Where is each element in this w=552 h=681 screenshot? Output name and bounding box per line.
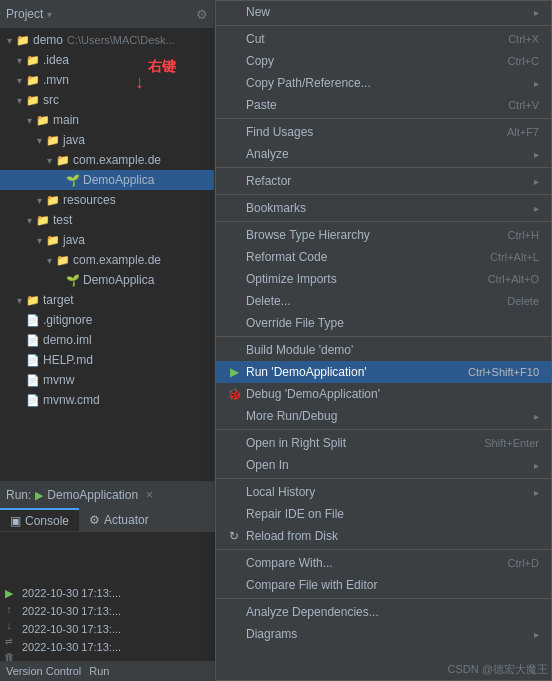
tree-item-label: main [53, 113, 79, 127]
menu-item[interactable]: Open in Right SplitShift+Enter [216, 432, 551, 454]
menu-item[interactable]: New▸ [216, 1, 551, 23]
menu-item[interactable]: Browse Type HierarchyCtrl+H [216, 224, 551, 246]
menu-shortcut: Ctrl+Alt+L [490, 251, 539, 263]
menu-item[interactable]: ↻Reload from Disk [216, 525, 551, 547]
tree-folder-icon: 📁 [26, 74, 40, 87]
panel-caret[interactable]: ▾ [47, 9, 52, 20]
gear-icon[interactable]: ⚙ [196, 7, 208, 22]
tree-item[interactable]: ▾📁com.example.de [0, 150, 214, 170]
menu-item[interactable]: Compare File with Editor [216, 574, 551, 596]
submenu-arrow-icon: ▸ [534, 78, 539, 89]
tree-item[interactable]: ▾📁src [0, 90, 214, 110]
tree-item[interactable]: 🌱DemoApplica [0, 170, 214, 190]
tree-item[interactable]: 🌱DemoApplica [0, 270, 214, 290]
menu-item[interactable]: Analyze▸ [216, 143, 551, 165]
tree-folder-icon: 📄 [26, 374, 40, 387]
menu-item[interactable]: Override File Type [216, 312, 551, 334]
tree-item[interactable]: 📄HELP.md [0, 350, 214, 370]
menu-item[interactable]: Find UsagesAlt+F7 [216, 121, 551, 143]
tree-folder-icon: 📁 [56, 254, 70, 267]
menu-item[interactable]: Diagrams▸ [216, 623, 551, 645]
menu-item-icon [226, 604, 242, 620]
menu-item[interactable]: Build Module 'demo' [216, 339, 551, 361]
menu-item-icon [226, 342, 242, 358]
bottom-tab-run[interactable]: Run [89, 665, 109, 677]
bottom-tabs: Version Control Run [0, 661, 215, 681]
tree-item[interactable]: ▾📁demoC:\Users\MAC\Desk... [0, 30, 214, 50]
tree-item[interactable]: ▾📁java [0, 130, 214, 150]
tree-item-label: DemoApplica [83, 173, 154, 187]
menu-item[interactable]: CutCtrl+X [216, 28, 551, 50]
menu-shortcut: Ctrl+Shift+F10 [468, 366, 539, 378]
menu-shortcut: Ctrl+C [508, 55, 539, 67]
tree-item[interactable]: ▾📁java [0, 230, 214, 250]
tree-item[interactable]: ▾📁.idea [0, 50, 214, 70]
menu-item-icon [226, 555, 242, 571]
menu-separator [216, 25, 551, 26]
tree-item-label: .idea [43, 53, 69, 67]
tree-item[interactable]: 📄mvnw [0, 370, 214, 390]
menu-item[interactable]: PasteCtrl+V [216, 94, 551, 116]
menu-item-label: Build Module 'demo' [246, 343, 539, 357]
scroll-up-button[interactable]: ↑ [2, 602, 16, 616]
submenu-arrow-icon: ▸ [534, 203, 539, 214]
tree-item[interactable]: 📄mvnw.cmd [0, 390, 214, 410]
menu-item-label: Bookmarks [246, 201, 530, 215]
run-header: Run: ▶ DemoApplication × [0, 482, 215, 508]
tree-item[interactable]: ▾📁.mvn [0, 70, 214, 90]
run-actions: ▶ ↑ ↓ ⇌ 🗑 [0, 582, 18, 668]
tree-item-label: mvnw [43, 373, 74, 387]
context-menu: New▸CutCtrl+XCopyCtrl+CCopy Path/Referen… [215, 0, 552, 681]
menu-item[interactable]: Delete...Delete [216, 290, 551, 312]
menu-item-icon [226, 626, 242, 642]
tree-item[interactable]: ▾📁com.example.de [0, 250, 214, 270]
tree-item[interactable]: ▾📁main [0, 110, 214, 130]
tree-item-label: HELP.md [43, 353, 93, 367]
menu-item[interactable]: Refactor▸ [216, 170, 551, 192]
menu-item[interactable]: 🐞Debug 'DemoApplication' [216, 383, 551, 405]
menu-item-label: Diagrams [246, 627, 530, 641]
close-icon[interactable]: × [146, 488, 153, 502]
tree-item-label: .mvn [43, 73, 69, 87]
menu-item-label: Reformat Code [246, 250, 470, 264]
menu-item[interactable]: Reformat CodeCtrl+Alt+L [216, 246, 551, 268]
tab-actuator[interactable]: ⚙ Actuator [79, 508, 159, 531]
menu-item-label: Delete... [246, 294, 487, 308]
menu-item[interactable]: Open In▸ [216, 454, 551, 476]
actuator-icon: ⚙ [89, 513, 100, 527]
run-play-button[interactable]: ▶ [2, 586, 16, 600]
menu-item[interactable]: Local History▸ [216, 481, 551, 503]
tree-folder-icon: 📄 [26, 314, 40, 327]
log-line: 2022-10-30 17:13:... [22, 584, 211, 602]
menu-item[interactable]: Compare With...Ctrl+D [216, 552, 551, 574]
menu-item-label: Open In [246, 458, 530, 472]
menu-item-icon [226, 75, 242, 91]
menu-item[interactable]: Repair IDE on File [216, 503, 551, 525]
menu-item[interactable]: Bookmarks▸ [216, 197, 551, 219]
tree-item[interactable]: 📄demo.iml [0, 330, 214, 350]
menu-item[interactable]: Copy Path/Reference...▸ [216, 72, 551, 94]
tab-console[interactable]: ▣ Console [0, 508, 79, 531]
wrap-button[interactable]: ⇌ [2, 634, 16, 648]
tree-item[interactable]: ▾📁target [0, 290, 214, 310]
tree-item[interactable]: ▾📁resources [0, 190, 214, 210]
menu-item-label: Local History [246, 485, 530, 499]
scroll-down-button[interactable]: ↓ [2, 618, 16, 632]
menu-item[interactable]: Optimize ImportsCtrl+Alt+O [216, 268, 551, 290]
submenu-arrow-icon: ▸ [534, 149, 539, 160]
menu-item[interactable]: CopyCtrl+C [216, 50, 551, 72]
menu-shortcut: Ctrl+V [508, 99, 539, 111]
menu-item-label: Browse Type Hierarchy [246, 228, 488, 242]
tree-arrow: ▾ [4, 35, 14, 46]
menu-item[interactable]: ▶Run 'DemoApplication'Ctrl+Shift+F10 [216, 361, 551, 383]
bottom-tab-version-control[interactable]: Version Control [6, 665, 81, 677]
actuator-label: Actuator [104, 513, 149, 527]
menu-item[interactable]: Analyze Dependencies... [216, 601, 551, 623]
menu-item-icon [226, 435, 242, 451]
menu-item-label: Refactor [246, 174, 530, 188]
menu-item-icon [226, 271, 242, 287]
tree-item[interactable]: ▾📁test [0, 210, 214, 230]
tree-item[interactable]: 📄.gitignore [0, 310, 214, 330]
menu-item[interactable]: More Run/Debug▸ [216, 405, 551, 427]
panel-header: Project ▾ ⚙ [0, 0, 214, 28]
